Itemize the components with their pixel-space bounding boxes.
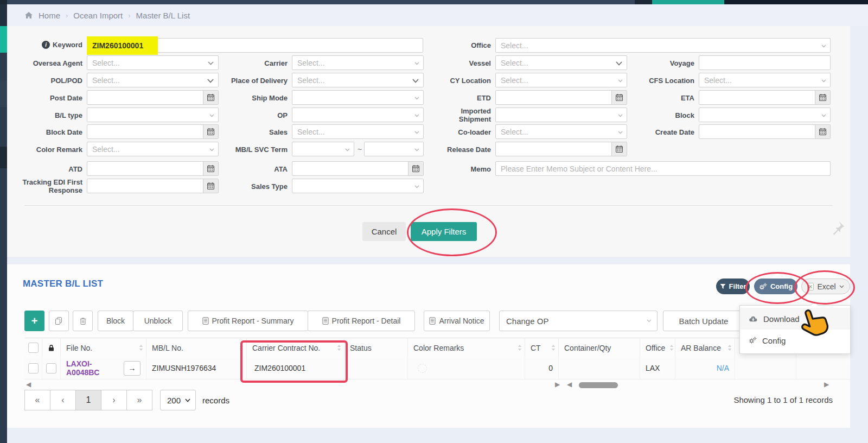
cancel-button[interactable]: Cancel — [362, 222, 406, 241]
column-header-container-qty[interactable]: Container/Qty — [559, 338, 640, 358]
co-loader-select[interactable]: Select... — [495, 124, 627, 139]
column-header-ar-balance[interactable]: AR Balance — [675, 338, 735, 358]
eta-date-input[interactable] — [699, 90, 831, 105]
calendar-icon[interactable] — [611, 91, 627, 104]
atd-date-input[interactable] — [87, 161, 219, 176]
calendar-icon[interactable] — [611, 142, 627, 156]
voyage-input[interactable] — [699, 55, 831, 70]
select-all-checkbox[interactable] — [28, 343, 39, 353]
office-select[interactable]: Select... — [495, 38, 831, 53]
column-header-file-no[interactable]: File No. — [61, 338, 146, 358]
page-size-select[interactable]: 200 — [160, 390, 196, 410]
row-select-cell[interactable] — [24, 357, 42, 379]
scroll-right-icon[interactable]: ▶ — [555, 381, 560, 388]
breadcrumb-section[interactable]: Ocean Import — [73, 11, 123, 20]
column-header-color-remarks[interactable]: Color Remarks — [408, 338, 525, 358]
scroll-right-icon[interactable]: ▶ — [824, 381, 829, 388]
add-button[interactable]: + — [24, 311, 44, 331]
column-header-status[interactable]: Status — [344, 338, 408, 358]
open-record-arrow-button[interactable]: → — [124, 361, 141, 376]
label-text: ATD — [68, 165, 82, 173]
arrival-notice-button[interactable]: Arrival Notice — [424, 311, 490, 331]
unblock-button[interactable]: Unblock — [133, 311, 183, 331]
scroll-left-icon[interactable]: ◀ — [26, 381, 31, 388]
column-header-office[interactable]: Office — [640, 338, 675, 358]
batch-update-button[interactable]: Batch Update — [663, 311, 744, 331]
oversea-agent-select[interactable]: Select... — [87, 55, 219, 70]
calendar-icon[interactable] — [203, 162, 218, 175]
ar-balance-link[interactable]: N/A — [717, 364, 729, 372]
calendar-icon[interactable] — [203, 91, 218, 104]
keyword-input[interactable]: ZIM260100001 — [87, 38, 423, 53]
sort-arrows-icon[interactable] — [551, 344, 556, 351]
calendar-icon[interactable] — [408, 162, 423, 175]
calendar-icon[interactable] — [815, 125, 830, 138]
carrier-select[interactable]: Select... — [292, 55, 424, 70]
home-icon[interactable] — [24, 11, 33, 19]
tracking-edi-date-input[interactable] — [87, 179, 219, 193]
scroll-left-icon[interactable]: ◀ — [567, 381, 572, 388]
bl-type-select[interactable] — [87, 107, 219, 122]
sort-arrows-icon[interactable] — [669, 344, 674, 351]
sidebar-active-item[interactable] — [0, 26, 7, 53]
select-all-header-cell[interactable] — [24, 338, 42, 358]
pagination-page-1[interactable]: 1 — [75, 390, 101, 410]
row-checkbox[interactable] — [28, 363, 39, 374]
sort-arrows-icon[interactable] — [139, 344, 143, 351]
info-icon[interactable]: i — [42, 41, 50, 49]
sort-arrows-icon[interactable] — [727, 344, 732, 351]
block-date-input[interactable] — [87, 124, 219, 139]
collapsed-sidebar[interactable] — [0, 4, 7, 443]
copy-button[interactable] — [49, 311, 69, 331]
breadcrumb-home[interactable]: Home — [39, 11, 60, 20]
filter-button[interactable]: Filter — [716, 279, 750, 294]
cy-location-select[interactable]: Select... — [495, 73, 627, 87]
delete-button[interactable] — [73, 311, 93, 331]
sales-select[interactable]: Select... — [292, 124, 424, 139]
column-header-ct[interactable]: CT — [525, 338, 559, 358]
profit-report-summary-button[interactable]: Profit Report - Summary — [188, 311, 308, 331]
change-op-select[interactable]: Change OP — [499, 311, 658, 331]
pol-pod-select[interactable]: Select... — [87, 73, 219, 87]
block-select[interactable] — [699, 107, 831, 122]
memo-input[interactable] — [495, 161, 831, 176]
horizontal-scrollbar-thumb[interactable] — [579, 382, 618, 388]
pagination-first-button[interactable]: « — [24, 390, 50, 410]
profit-report-detail-button[interactable]: Profit Report - Detail — [308, 311, 415, 331]
memo-text-input[interactable] — [496, 162, 830, 175]
cfs-location-select[interactable]: Select... — [699, 73, 831, 87]
create-date-input[interactable] — [699, 124, 831, 139]
sort-arrows-icon[interactable] — [518, 344, 522, 351]
row-lock-cell[interactable] — [42, 357, 61, 379]
column-header-mbl-no[interactable]: MB/L No. — [146, 338, 247, 358]
file-no-link[interactable]: LAXOI-A0048BC — [66, 359, 124, 377]
sales-type-select[interactable] — [292, 179, 424, 193]
row-file-no-cell[interactable]: LAXOI-A0048BC → — [61, 357, 146, 379]
row-color-remarks-cell[interactable] — [408, 357, 525, 379]
row-ar-balance-cell[interactable]: N/A — [675, 357, 735, 379]
ata-date-input[interactable] — [292, 161, 424, 176]
vessel-select[interactable]: Select... — [495, 55, 627, 70]
chevron-down-icon — [414, 114, 419, 117]
calendar-icon[interactable] — [203, 125, 218, 138]
release-date-input[interactable] — [495, 142, 627, 156]
mbl-svc-term-to-select[interactable] — [364, 142, 424, 156]
ship-mode-select[interactable] — [292, 90, 424, 105]
pagination-prev-button[interactable]: ‹ — [50, 390, 76, 410]
row-lock-checkbox[interactable] — [46, 363, 56, 374]
color-remark-dot[interactable] — [418, 364, 427, 373]
calendar-icon[interactable] — [815, 91, 830, 104]
post-date-input[interactable] — [87, 90, 219, 105]
mbl-svc-term-from-select[interactable] — [292, 142, 354, 156]
pagination-last-button[interactable]: » — [126, 390, 152, 410]
etd-date-input[interactable] — [495, 90, 627, 105]
calendar-icon[interactable] — [203, 179, 218, 193]
block-button[interactable]: Block — [98, 311, 133, 331]
pagination-next-button[interactable]: › — [101, 390, 127, 410]
voyage-text-input[interactable] — [699, 56, 830, 69]
imported-shipment-select[interactable] — [495, 107, 627, 122]
place-of-delivery-select[interactable]: Select... — [292, 73, 424, 87]
op-select[interactable] — [292, 107, 424, 122]
pushpin-icon[interactable] — [829, 220, 846, 239]
color-remark-select[interactable]: Select... — [87, 142, 219, 156]
